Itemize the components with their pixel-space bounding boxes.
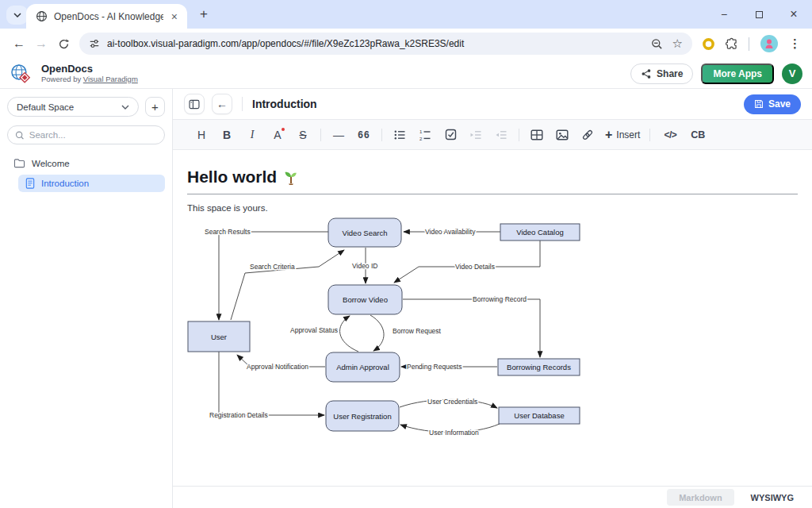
- chevron-down-icon: [121, 105, 129, 110]
- extensions-puzzle-icon[interactable]: [726, 37, 738, 50]
- back-to-docs-button[interactable]: ←: [212, 94, 232, 114]
- diagram-edge-borrow-request: [370, 315, 384, 351]
- browser-menu-button[interactable]: ⋮: [789, 37, 801, 51]
- outdent-icon: [495, 129, 508, 141]
- close-window-button[interactable]: ×: [783, 5, 804, 24]
- diagram-edge-approval-status: [340, 316, 358, 352]
- diagram-edge-label-user-credentials: User Credentials: [427, 398, 477, 406]
- new-tab-button[interactable]: +: [195, 6, 213, 22]
- strikethrough-button[interactable]: S: [290, 125, 316, 145]
- main-area: Default Space + Welcome: [0, 89, 812, 508]
- toolbar-separator: [649, 129, 650, 141]
- save-button[interactable]: Save: [744, 94, 801, 114]
- task-list-button[interactable]: [438, 125, 463, 145]
- insert-button[interactable]: + Insert: [600, 125, 645, 145]
- tab-search-button[interactable]: [6, 6, 28, 25]
- diagram-edge-registration-details: [219, 352, 324, 415]
- diagram-node-label-video-catalog: Video Catalog: [516, 228, 564, 237]
- reload-button[interactable]: [52, 33, 75, 55]
- diagram-node-label-user: User: [211, 333, 227, 341]
- doc-title: Introduction: [252, 98, 317, 110]
- text-color-button[interactable]: A: [265, 125, 290, 145]
- search-icon: [15, 130, 25, 140]
- diagram-edge-label-search-results: Search Results: [205, 228, 251, 236]
- toolbar-separator: [320, 129, 321, 141]
- wysiwyg-mode-button[interactable]: WYSIWYG: [741, 489, 804, 506]
- window-controls: − ×: [714, 5, 804, 24]
- share-label: Share: [657, 68, 683, 79]
- svg-text:2: 2: [419, 136, 423, 140]
- link-button[interactable]: [575, 125, 600, 145]
- blockquote-button[interactable]: 66: [351, 125, 377, 145]
- editor-mode-bar: Markdown WYSIWYG: [173, 486, 812, 508]
- text-color-label: A: [274, 129, 281, 141]
- share-button[interactable]: Share: [630, 64, 693, 84]
- url-text[interactable]: ai-toolbox.visual-paradigm.com/app/opend…: [107, 38, 644, 49]
- seedling-emoji-icon: [283, 169, 299, 185]
- horizontal-rule-button[interactable]: —: [326, 125, 351, 145]
- italic-button[interactable]: I: [239, 125, 265, 145]
- forward-button[interactable]: →: [30, 33, 52, 55]
- profile-avatar[interactable]: [760, 34, 779, 53]
- reload-icon: [58, 38, 70, 50]
- doc-heading[interactable]: Hello world: [187, 167, 798, 194]
- task-list-icon: [445, 129, 457, 140]
- numbered-list-button[interactable]: 1 2: [412, 125, 438, 145]
- diagram-edge-label-registration-details: Registration Details: [209, 411, 268, 419]
- diagram-node-label-admin-approval: Admin Approval: [336, 363, 389, 371]
- folder-icon: [13, 158, 25, 168]
- outdent-button[interactable]: [488, 125, 514, 145]
- maximize-button[interactable]: [749, 5, 769, 24]
- indent-icon: [469, 129, 482, 141]
- inline-code-button[interactable]: </>: [655, 125, 685, 145]
- more-apps-button[interactable]: More Apps: [701, 64, 774, 84]
- url-actions: ☆: [651, 37, 683, 51]
- more-apps-label: More Apps: [713, 68, 762, 79]
- browser-tab[interactable]: OpenDocs - AI Knowledge Base ×: [26, 4, 187, 29]
- url-bar[interactable]: ai-toolbox.visual-paradigm.com/app/opend…: [79, 33, 692, 55]
- toggle-sidebar-button[interactable]: [184, 94, 205, 114]
- share-icon: [641, 68, 652, 79]
- zoom-out-icon[interactable]: [651, 38, 663, 50]
- code-block-button[interactable]: CB: [685, 125, 710, 145]
- table-button[interactable]: [524, 125, 550, 145]
- diagram-node-label-borrow-video: Borrow Video: [343, 295, 388, 304]
- user-avatar[interactable]: V: [782, 64, 802, 84]
- browser-window: OpenDocs - AI Knowledge Base × + − × ← →: [0, 0, 812, 508]
- search-input[interactable]: [29, 130, 157, 140]
- doc-heading-text: Hello world: [187, 167, 277, 187]
- bookmark-star-icon[interactable]: ☆: [672, 37, 683, 51]
- tree-page-label: Introduction: [41, 179, 89, 188]
- sidebar-search[interactable]: [7, 125, 165, 144]
- save-label: Save: [768, 98, 791, 110]
- browser-titlebar: OpenDocs - AI Knowledge Base × + − ×: [0, 0, 812, 29]
- diagram-edge-label-video-id: Video ID: [352, 262, 377, 270]
- visual-paradigm-link[interactable]: Visual Paradigm: [83, 75, 138, 83]
- document-content[interactable]: Hello world This space is yours.: [173, 150, 812, 486]
- indent-button[interactable]: [463, 125, 488, 145]
- heading-button[interactable]: H: [189, 125, 214, 145]
- extension-badge-icon[interactable]: [702, 37, 715, 51]
- diagram-node-label-video-search: Video Search: [343, 229, 388, 237]
- doc-header: ← Introduction Save: [173, 89, 812, 120]
- diagram-node-label-user-registration: User Registration: [333, 412, 391, 421]
- diagram-edge-search-results: [219, 232, 328, 320]
- powered-by-prefix: Powered by: [41, 75, 83, 83]
- tree-page-introduction[interactable]: Introduction: [18, 175, 165, 192]
- tree-folder-welcome[interactable]: Welcome: [7, 155, 165, 171]
- bullet-list-button[interactable]: [387, 125, 412, 145]
- image-button[interactable]: [550, 125, 575, 145]
- diagram-edge-label-video-details: Video Details: [455, 263, 495, 271]
- tab-close-icon[interactable]: ×: [170, 10, 179, 23]
- bold-button[interactable]: B: [214, 125, 239, 145]
- numbered-list-icon: 1 2: [419, 129, 431, 141]
- markdown-mode-button[interactable]: Markdown: [667, 489, 733, 506]
- back-button[interactable]: ←: [8, 33, 30, 55]
- app-title-block: OpenDocs Powered by Visual Paradigm: [41, 64, 138, 84]
- add-space-button[interactable]: +: [145, 97, 165, 117]
- space-selector[interactable]: Default Space: [7, 97, 139, 117]
- minimize-button[interactable]: −: [714, 5, 734, 24]
- document-diagram[interactable]: Video SearchVideo CatalogBorrow VideoUse…: [187, 212, 584, 444]
- app-name: OpenDocs: [41, 64, 138, 75]
- document-icon: [25, 178, 35, 189]
